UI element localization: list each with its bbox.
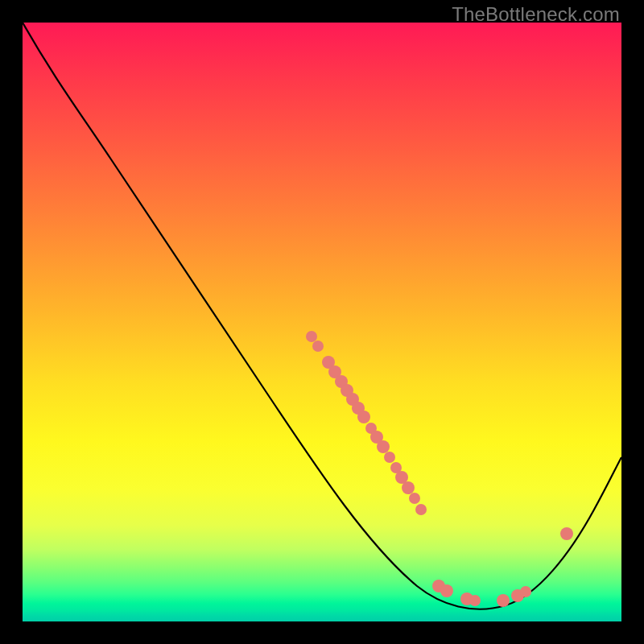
data-point [469, 595, 481, 606]
data-point [395, 471, 408, 484]
data-point [560, 527, 573, 540]
data-point [432, 580, 445, 592]
data-point [370, 431, 383, 444]
data-point [328, 365, 341, 378]
data-point [384, 452, 395, 463]
data-point [511, 589, 524, 602]
data-point [520, 586, 531, 597]
data-point [335, 375, 348, 388]
data-point [306, 331, 317, 342]
data-point [365, 423, 377, 434]
data-points [306, 331, 573, 607]
bottleneck-curve [23, 23, 621, 609]
data-point [377, 440, 390, 453]
data-point [440, 584, 453, 597]
data-point [409, 493, 420, 504]
data-point [402, 481, 415, 494]
data-point [346, 393, 359, 406]
data-point [497, 594, 510, 607]
data-point [390, 462, 402, 473]
data-point [312, 341, 324, 352]
chart-svg [23, 23, 621, 621]
data-point [341, 384, 353, 397]
data-point [357, 411, 370, 423]
data-point [415, 504, 427, 515]
plot-area [23, 23, 621, 621]
data-point [322, 356, 335, 369]
chart-frame: TheBottleneck.com [0, 0, 644, 644]
watermark-text: TheBottleneck.com [452, 3, 620, 26]
data-point [460, 592, 473, 605]
data-point [352, 402, 365, 415]
